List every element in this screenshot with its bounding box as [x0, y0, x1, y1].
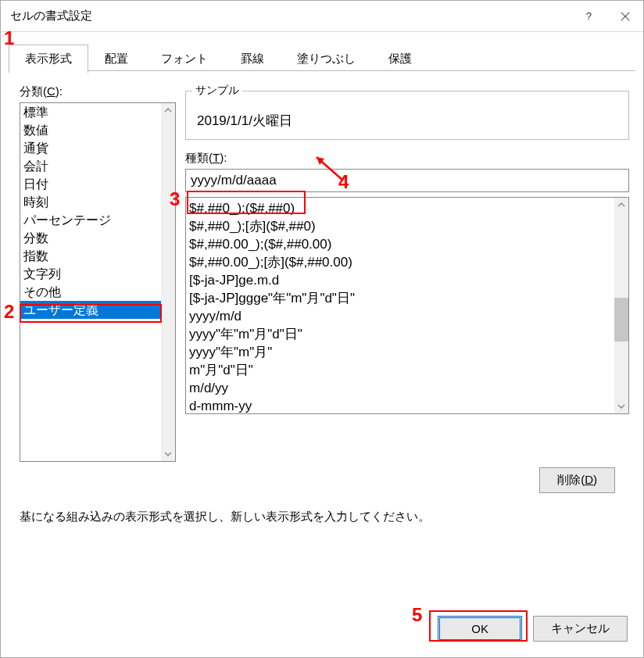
list-item[interactable]: 分数 — [20, 229, 161, 247]
sample-legend: サンプル — [192, 84, 242, 98]
cancel-button[interactable]: キャンセル — [533, 616, 628, 642]
scroll-up-icon[interactable] — [161, 103, 175, 117]
category-scrollbar[interactable] — [161, 103, 175, 461]
annotation-5: 5 — [412, 604, 422, 626]
list-item[interactable]: [$-ja-JP]ge.m.d — [189, 271, 611, 289]
tab-number-format[interactable]: 表示形式 — [9, 45, 88, 73]
list-item[interactable]: yyyy"年"m"月"d"日" — [189, 325, 611, 343]
tab-protection[interactable]: 保護 — [372, 45, 428, 73]
list-item[interactable]: 日付 — [20, 175, 161, 193]
sample-box: サンプル 2019/1/1/火曜日 — [185, 91, 629, 140]
category-column: 分類(C): 標準数値通貨会計日付時刻パーセンテージ分数指数文字列その他ユーザー… — [20, 84, 176, 462]
list-item[interactable]: 時刻 — [20, 193, 161, 211]
list-item[interactable]: d-mmm-yy — [189, 397, 611, 413]
list-item[interactable]: yyyy"年"m"月" — [189, 343, 611, 361]
window-title: セルの書式設定 — [10, 9, 571, 23]
list-item[interactable]: m/d/yy — [189, 379, 611, 397]
format-cells-dialog: セルの書式設定 ? 表示形式 配置 フォント 罫線 塗りつぶし 保護 分類(C)… — [0, 0, 644, 658]
type-section: 種類(T): $#,##0_);($#,##0)$#,##0_);[赤]($#,… — [185, 151, 629, 414]
tab-border[interactable]: 罫線 — [224, 45, 281, 73]
ok-button[interactable]: OK — [438, 616, 522, 642]
sample-value: 2019/1/1/火曜日 — [197, 113, 292, 128]
list-item[interactable]: [$-ja-JP]ggge"年"m"月"d"日" — [189, 289, 611, 307]
help-button[interactable]: ? — [571, 1, 607, 32]
list-item[interactable]: 数値 — [20, 121, 161, 139]
help-icon: ? — [584, 11, 595, 22]
svg-text:?: ? — [586, 11, 592, 22]
list-item[interactable]: 標準 — [20, 103, 161, 121]
scroll-thumb[interactable] — [614, 298, 628, 342]
instruction-text: 基になる組み込みの表示形式を選択し、新しい表示形式を入力してください。 — [20, 510, 430, 524]
tab-content: 分類(C): 標準数値通貨会計日付時刻パーセンテージ分数指数文字列その他ユーザー… — [1, 73, 643, 84]
category-items: 標準数値通貨会計日付時刻パーセンテージ分数指数文字列その他ユーザー定義 — [20, 103, 161, 461]
delete-button[interactable]: 削除(D) — [539, 467, 615, 493]
list-item[interactable]: yyyy/m/d — [189, 307, 611, 325]
close-button[interactable] — [607, 1, 643, 32]
list-item[interactable]: $#,##0.00_);[赤]($#,##0.00) — [189, 253, 611, 271]
details-column: サンプル 2019/1/1/火曜日 種類(T): $#,##0_);($#,##… — [185, 84, 629, 414]
type-label: 種類(T): — [185, 151, 629, 166]
scroll-down-icon[interactable] — [614, 399, 628, 413]
format-items: $#,##0_);($#,##0)$#,##0_);[赤]($#,##0)$#,… — [186, 198, 614, 413]
list-item[interactable]: 通貨 — [20, 139, 161, 157]
titlebar: セルの書式設定 ? — [1, 1, 643, 32]
scroll-track — [161, 117, 175, 447]
tab-alignment[interactable]: 配置 — [88, 45, 145, 73]
close-icon — [620, 11, 631, 22]
category-label: 分類(C): — [20, 84, 176, 99]
tab-underline — [9, 70, 635, 71]
dialog-buttons: OK キャンセル — [438, 616, 628, 642]
list-item[interactable]: $#,##0_);($#,##0) — [189, 199, 611, 217]
type-input[interactable] — [185, 169, 629, 192]
scroll-down-icon[interactable] — [161, 447, 175, 461]
list-item[interactable]: m"月"d"日" — [189, 361, 611, 379]
scroll-track — [614, 212, 628, 399]
tab-font[interactable]: フォント — [145, 45, 224, 73]
format-scrollbar[interactable] — [614, 198, 628, 413]
format-list[interactable]: $#,##0_);($#,##0)$#,##0_);[赤]($#,##0)$#,… — [185, 197, 629, 414]
list-item[interactable]: $#,##0.00_);($#,##0.00) — [189, 235, 611, 253]
list-item[interactable]: 文字列 — [20, 265, 161, 283]
list-item[interactable]: 会計 — [20, 157, 161, 175]
annotation-2: 2 — [4, 301, 14, 323]
tab-strip: 表示形式 配置 フォント 罫線 塗りつぶし 保護 — [1, 32, 643, 73]
list-item[interactable]: 指数 — [20, 247, 161, 265]
tab-fill[interactable]: 塗りつぶし — [281, 45, 372, 73]
list-item[interactable]: パーセンテージ — [20, 211, 161, 229]
category-listbox[interactable]: 標準数値通貨会計日付時刻パーセンテージ分数指数文字列その他ユーザー定義 — [20, 102, 176, 462]
scroll-up-icon[interactable] — [614, 198, 628, 212]
list-item[interactable]: $#,##0_);[赤]($#,##0) — [189, 217, 611, 235]
list-item[interactable]: ユーザー定義 — [20, 301, 161, 319]
list-item[interactable]: その他 — [20, 283, 161, 301]
